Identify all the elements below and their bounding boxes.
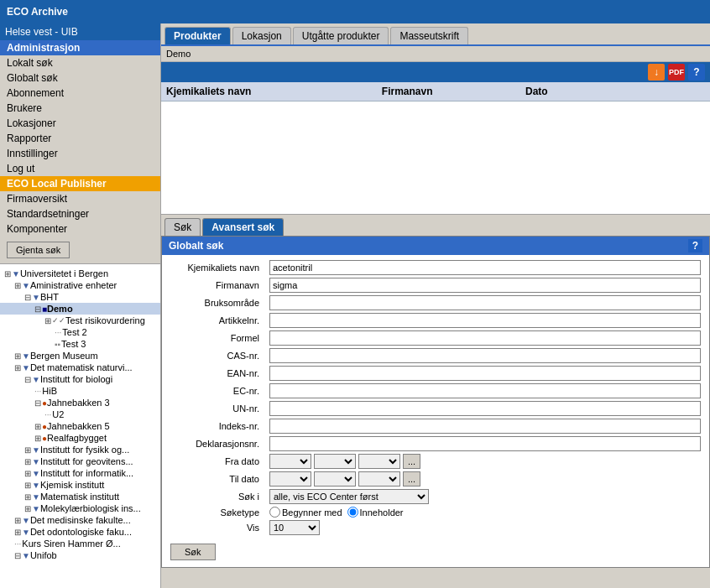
input-indeks-nr[interactable]	[269, 419, 701, 434]
nav-brukere[interactable]: Brukere	[0, 101, 160, 116]
vis-select[interactable]: 10 25 50 100	[269, 520, 320, 535]
til-dato-picker[interactable]: ...	[403, 471, 420, 487]
til-dato-year[interactable]	[358, 471, 400, 487]
input-cas-nr[interactable]	[269, 348, 701, 363]
radio-begynner[interactable]	[269, 507, 280, 518]
expand-unifob[interactable]: ⊟	[14, 551, 21, 560]
pdf-icon[interactable]: PDF	[668, 64, 685, 81]
sok-i-select[interactable]: alle, vis ECO Center først ECO Center Lo…	[269, 489, 429, 504]
tree-item-test2[interactable]: ··· Test 2	[0, 326, 160, 338]
nav-standardsetninger[interactable]: Standardsetninger	[0, 206, 160, 221]
tree-item-u2[interactable]: ··· U2	[0, 408, 160, 420]
input-deklarasjonsnr[interactable]	[269, 436, 701, 451]
expand-matnatur[interactable]: ⊞	[14, 363, 21, 372]
fra-dato-month[interactable]	[314, 454, 356, 469]
expand-geovit[interactable]: ⊞	[24, 457, 31, 466]
expand-test2[interactable]: ···	[55, 328, 61, 337]
nav-abonnement[interactable]: Abonnement	[0, 86, 160, 101]
expand-kjemisk[interactable]: ⊞	[24, 481, 31, 490]
tree-item-medisinske[interactable]: ⊞ ▼ Det medisinske fakulte...	[0, 514, 160, 526]
tree-item-jahnebakken3[interactable]: ⊟ ● Jahnebakken 3	[0, 397, 160, 408]
tree-item-bio[interactable]: ⊟ ▼ Institutt for biologi	[0, 373, 160, 385]
expand-odontologiske[interactable]: ⊞	[14, 528, 21, 537]
tab-masseutskrift[interactable]: Masseutskrift	[390, 27, 468, 44]
input-artikkelnr[interactable]	[269, 313, 701, 328]
tree-item-bht[interactable]: ⊟ ▼ BHT	[0, 291, 160, 303]
expand-realfag[interactable]: ⊞	[34, 434, 41, 443]
repeat-search-button[interactable]: Gjenta søk	[7, 242, 70, 258]
input-formel[interactable]	[269, 330, 701, 346]
nav-log-ut[interactable]: Log ut	[0, 161, 160, 176]
expand-bht[interactable]: ⊟	[24, 293, 31, 302]
tree-item-matematisk[interactable]: ⊞ ▼ Matematisk institutt	[0, 491, 160, 502]
input-bruksomrade[interactable]	[269, 295, 701, 310]
radio-begynner-label[interactable]: Begynner med	[269, 507, 342, 518]
expand-u2[interactable]: ···	[44, 410, 51, 419]
tree-item-hib[interactable]: ··· HiB	[0, 385, 160, 397]
radio-inneholder[interactable]	[347, 507, 358, 518]
tab-sok[interactable]: Søk	[164, 218, 201, 236]
expand-medisinske[interactable]: ⊞	[14, 516, 21, 525]
tree-item-test3[interactable]: ▪▪ Test 3	[0, 338, 160, 350]
expand-jahnebakken3[interactable]: ⊟	[34, 398, 41, 408]
download-icon[interactable]: ↓	[648, 64, 665, 81]
tree-item-realfag[interactable]: ⊞ ● Realfagbygget	[0, 432, 160, 444]
expand-demo[interactable]: ⊟	[34, 304, 41, 314]
tree-item-unifob[interactable]: ⊟ ▼ Unifob	[0, 549, 160, 561]
tree-item-geovit[interactable]: ⊞ ▼ Institutt for geovitens...	[0, 455, 160, 467]
radio-inneholder-label[interactable]: Inneholder	[347, 507, 404, 518]
tree-item-jahnebakken5[interactable]: ⊞ ● Jahnebakken 5	[0, 420, 160, 432]
nav-eco-local-publisher[interactable]: ECO Local Publisher	[0, 176, 160, 191]
nav-administrasjon[interactable]: Administrasjon	[0, 40, 160, 55]
tab-utgatte[interactable]: Utgåtte produkter	[293, 27, 389, 44]
expand-jahnebakken5[interactable]: ⊞	[34, 422, 41, 431]
tree-item-bergen[interactable]: ⊞ ▼ Bergen Museum	[0, 350, 160, 362]
tree-item-fysikk[interactable]: ⊞ ▼ Institutt for fysikk og...	[0, 444, 160, 455]
til-dato-day[interactable]	[269, 471, 311, 487]
nav-firmaoversikt[interactable]: Firmaoversikt	[0, 191, 160, 206]
expand-bergen[interactable]: ⊞	[14, 351, 21, 361]
tree-item-universitetet[interactable]: ⊞ ▼ Universitetet i Bergen	[0, 268, 160, 279]
nav-globalt-sok[interactable]: Globalt søk	[0, 70, 160, 86]
globalt-sok-help[interactable]: ?	[688, 239, 702, 252]
expand-bio[interactable]: ⊟	[24, 375, 31, 384]
tree-item-odontologiske[interactable]: ⊞ ▼ Det odontologiske faku...	[0, 526, 160, 538]
tree-item-informatik[interactable]: ⊞ ▼ Institutt for informatik...	[0, 467, 160, 479]
expand-matematisk[interactable]: ⊞	[24, 492, 31, 502]
expand-hib[interactable]: ···	[34, 387, 41, 396]
tree-item-test-risiko[interactable]: ⊞ ✓✓ Test risikovurdering	[0, 315, 160, 326]
tab-produkter[interactable]: Produkter	[164, 27, 231, 44]
expand-informatik[interactable]: ⊞	[24, 469, 31, 478]
til-dato-month[interactable]	[314, 471, 356, 487]
search-button[interactable]: Søk	[170, 544, 216, 560]
expand-universitetet[interactable]: ⊞	[4, 269, 11, 278]
expand-admin[interactable]: ⊞	[14, 281, 21, 290]
input-firmanavn[interactable]	[269, 278, 701, 293]
tab-avansert-sok[interactable]: Avansert søk	[202, 218, 284, 236]
expand-test3[interactable]: ▪▪	[55, 340, 60, 349]
fra-dato-year[interactable]	[358, 454, 400, 469]
nav-lokalt-sok[interactable]: Lokalt søk	[0, 55, 160, 70]
tree-item-kurs[interactable]: ··· Kurs Siren Hammer Ø...	[0, 538, 160, 549]
fra-dato-day[interactable]	[269, 454, 311, 469]
input-ec-nr[interactable]	[269, 383, 701, 398]
nav-rapporter[interactable]: Rapporter	[0, 131, 160, 146]
expand-test-risiko[interactable]: ⊞	[44, 316, 51, 325]
tree-item-demo[interactable]: ⊟ ■ Demo	[0, 303, 160, 315]
expand-fysikk[interactable]: ⊞	[24, 445, 31, 455]
tree-item-molbio[interactable]: ⊞ ▼ Molekylærbiologisk ins...	[0, 502, 160, 514]
tree-item-kjemisk[interactable]: ⊞ ▼ Kjemisk institutt	[0, 479, 160, 491]
input-un-nr[interactable]	[269, 401, 701, 416]
expand-kurs[interactable]: ···	[14, 539, 21, 549]
tab-lokasjon[interactable]: Lokasjon	[232, 27, 291, 44]
input-kjemikaliets[interactable]	[269, 260, 701, 275]
nav-innstillinger[interactable]: Innstillinger	[0, 146, 160, 161]
help-icon[interactable]: ?	[688, 64, 705, 81]
fra-dato-picker[interactable]: ...	[403, 454, 420, 469]
tree-item-admin[interactable]: ⊞ ▼ Aministrative enheter	[0, 279, 160, 291]
expand-molbio[interactable]: ⊞	[24, 504, 31, 513]
input-ean-nr[interactable]	[269, 366, 701, 381]
nav-lokasjoner[interactable]: Lokasjoner	[0, 116, 160, 131]
nav-komponenter[interactable]: Komponenter	[0, 221, 160, 237]
tree-item-matnatur[interactable]: ⊞ ▼ Det matematisk naturvi...	[0, 362, 160, 373]
